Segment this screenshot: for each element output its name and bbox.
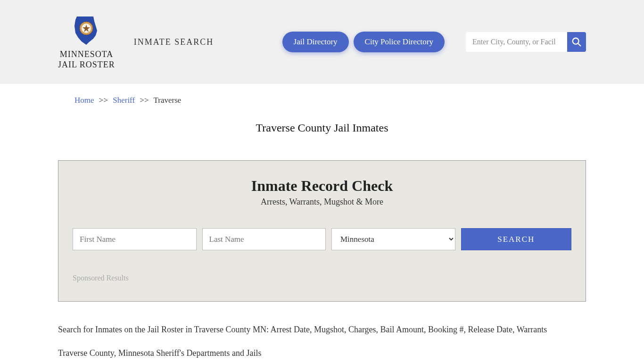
breadcrumb-home[interactable]: Home [74,96,94,105]
record-check-box: Inmate Record Check Arrests, Warrants, M… [58,160,586,302]
search-icon [571,37,582,47]
description-text: Search for Inmates on the Jail Roster in… [58,323,586,337]
first-name-input[interactable] [73,228,197,250]
sponsored-results-label: Sponsored Results [73,274,571,282]
page-title: Traverse County Jail Inmates [58,122,586,134]
logo-line1: MINNESOTA [58,49,115,60]
city-police-directory-button[interactable]: City Police Directory [354,32,445,52]
logo[interactable]: MINNESOTA JAIL ROSTER [58,14,115,70]
inmate-search-label: INMATE SEARCH [134,37,214,47]
record-check-subtitle: Arrests, Warrants, Mugshot & More [73,197,571,207]
header: MINNESOTA JAIL ROSTER INMATE SEARCH Jail… [0,0,644,84]
logo-line2: JAIL ROSTER [58,60,115,70]
nav-section: Jail Directory City Police Directory [282,32,586,52]
state-logo-icon [70,14,103,47]
logo-text: MINNESOTA JAIL ROSTER [58,49,115,70]
breadcrumb-separator: >> [140,96,149,105]
record-check-title: Inmate Record Check [73,177,571,195]
logo-section: MINNESOTA JAIL ROSTER INMATE SEARCH [58,14,214,70]
jail-directory-button[interactable]: Jail Directory [282,32,349,52]
state-select[interactable]: Minnesota [331,228,455,250]
record-search-button[interactable]: SEARCH [461,228,572,250]
record-check-form: Minnesota SEARCH [73,228,571,250]
content: Home >> Sheriff >> Traverse Traverse Cou… [0,84,644,362]
svg-line-3 [578,43,581,46]
last-name-input[interactable] [202,228,326,250]
description2-text: Traverse County, Minnesota Sheriff's Dep… [58,348,586,358]
header-search-input[interactable] [466,32,567,52]
nav-buttons: Jail Directory City Police Directory [282,32,445,52]
content-inner: Home >> Sheriff >> Traverse Traverse Cou… [58,96,586,358]
header-search-box [466,32,586,52]
breadcrumb-current: Traverse [154,96,182,105]
breadcrumb-sheriff[interactable]: Sheriff [113,96,135,105]
breadcrumb: Home >> Sheriff >> Traverse [58,96,586,105]
header-inner: MINNESOTA JAIL ROSTER INMATE SEARCH Jail… [58,14,586,70]
breadcrumb-separator: >> [99,96,108,105]
header-search-button[interactable] [567,32,586,52]
